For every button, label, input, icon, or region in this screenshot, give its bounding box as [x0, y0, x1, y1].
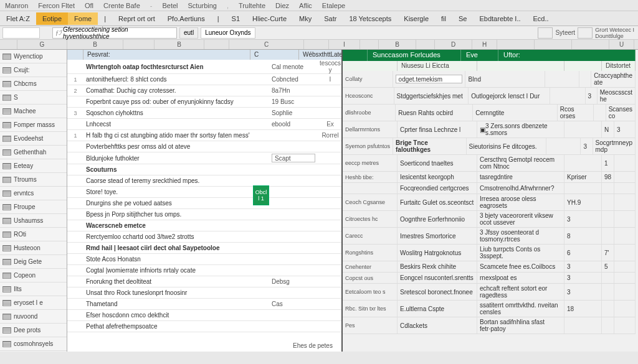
table-row[interactable]: Stote Acos Honatsn	[67, 254, 343, 265]
ribbon-tab[interactable]: 18 Yetcscepts	[343, 12, 398, 25]
table-row[interactable]: 1antonithefuercl: 8 shlct condsCobnctedI	[67, 74, 343, 85]
ribbon-tab[interactable]: Fome	[68, 12, 98, 25]
rp-green-0[interactable]: Sunccasom Forlcudes	[368, 50, 461, 61]
column-header[interactable]: H	[472, 40, 497, 49]
menu-item[interactable]: Manron	[5, 2, 28, 9]
table-row[interactable]: RongshtinsWoslitrg HatrgoknotusLiub turr…	[343, 245, 636, 261]
column-header[interactable]	[572, 40, 609, 49]
ribbon-tab[interactable]: Mky	[293, 12, 318, 25]
left-nav-item[interactable]: Ttroums	[0, 173, 67, 187]
menu-item[interactable]: Aflic	[299, 2, 312, 9]
ribbon-tab[interactable]: Pfo.Aertiuns	[161, 12, 211, 25]
left-nav-item[interactable]: Ushaumss	[0, 214, 67, 228]
menu-item[interactable]: Trultehte	[239, 2, 265, 9]
table-row[interactable]: Foperbnt cauye pss od: ouber of enyunjok…	[67, 96, 343, 108]
table-row[interactable]: 2Comathat: Duchig cay crotesser.8a7Hn	[67, 85, 343, 96]
column-header[interactable]	[497, 40, 535, 49]
ribbon-tab[interactable]: Se	[452, 12, 473, 25]
green-accent-box[interactable]: Obcl l 1	[253, 185, 269, 205]
column-header[interactable]	[304, 40, 329, 49]
menu-item[interactable]: Crente Bafe	[103, 2, 140, 9]
rp-green-1[interactable]: Eve	[461, 50, 498, 61]
table-row[interactable]: Store! toye.	[67, 187, 343, 198]
table-row[interactable]: HceosconcStdggertsciefskhjes metOutlogej…	[343, 88, 636, 105]
inline-input[interactable]: Scapt	[272, 154, 315, 162]
menu-item[interactable]: Diez	[275, 2, 289, 9]
column-header[interactable]: U	[609, 40, 634, 49]
left-nav-item[interactable]: Chbcms	[0, 77, 67, 91]
left-nav-item[interactable]: Eeteay	[0, 159, 67, 173]
menu-item[interactable]: Ofl	[85, 2, 93, 9]
left-nav-item[interactable]: Copeon	[0, 269, 67, 282]
column-header[interactable]	[360, 40, 379, 49]
left-nav-item[interactable]: cosmohnsyels	[0, 337, 67, 351]
table-row[interactable]: ThametandCas	[67, 299, 343, 310]
ribbon-tab[interactable]: Flet A:Z	[0, 12, 36, 25]
menu-item[interactable]: Betel	[162, 2, 178, 9]
menu-item[interactable]: Scturbing	[188, 2, 217, 9]
left-nav-item[interactable]: Deig Gete	[0, 255, 67, 269]
ribbon-tab[interactable]: |	[211, 12, 226, 25]
table-row[interactable]: Caorse stead of teremy sreckthied mpes.	[67, 175, 343, 187]
left-nav-item[interactable]: Fomper masss	[0, 118, 67, 132]
left-nav-item[interactable]: Wyenctiop	[0, 50, 67, 63]
ribbon-tab[interactable]: Kisergle	[398, 12, 435, 25]
ribbon-tab[interactable]: fil	[435, 12, 452, 25]
column-header[interactable]	[535, 40, 572, 49]
table-row[interactable]: Efser hoscdonn cmco dekthcit	[67, 310, 343, 321]
column-header[interactable]: B	[67, 40, 123, 49]
table-row[interactable]: eeccp metresSoerticond tnaeltesCerscthrq…	[343, 155, 636, 172]
column-header[interactable]: D	[435, 40, 472, 49]
table-row[interactable]: Copcst ousEongcel nsuconterl.srenttsrnex…	[343, 273, 636, 284]
table-row[interactable]: Wacerscneb emetce	[67, 220, 343, 231]
table-row[interactable]: Rbc. Sitn txr ltesE.ultlerna Csptessatit…	[343, 301, 636, 317]
left-nav-item[interactable]: Husteoon	[0, 241, 67, 255]
menu-item[interactable]: Fercon Fltet	[38, 2, 75, 9]
left-nav-item[interactable]: Gethenthah	[0, 146, 67, 159]
left-nav-item[interactable]: Evodeehst	[0, 132, 67, 146]
table-row[interactable]: Rmd hail | Ieesaot ciirl dect ohal Saype…	[67, 243, 343, 254]
table-row[interactable]: Rerctyemloo cchartd ood 3/twe2 strotts	[67, 231, 343, 243]
pane-icon-2[interactable]	[578, 27, 593, 39]
table-row[interactable]: Bpess jn Porp sitijthcher tus omps.	[67, 209, 343, 220]
column-header[interactable]: I	[329, 40, 360, 49]
ribbon-tab[interactable]: Ecd..	[527, 12, 555, 25]
name-box[interactable]	[2, 27, 40, 39]
left-nav-item[interactable]: S	[0, 91, 67, 105]
formula-btn-2[interactable]: Luneuor Oxynds	[201, 27, 255, 39]
formula-btn-1[interactable]: eutl	[179, 27, 198, 39]
left-nav-item[interactable]: Dee prots	[0, 324, 67, 337]
left-nav-item[interactable]: Cxujt:	[0, 63, 67, 77]
rp-green-2[interactable]: Uftor:	[498, 50, 636, 61]
ribbon-tab[interactable]: Eotipe	[36, 12, 68, 25]
table-row[interactable]: Eetcaloom teo sSretescol boronect.fnonee…	[343, 284, 636, 301]
table-row[interactable]: Fnorukng thet deoltiteatDebsg	[67, 276, 343, 287]
table-row[interactable]: 3Sqoschon ciyhokttnsSophlie	[67, 108, 343, 119]
table-row[interactable]: CnehenterBeskirs Rexk chihiteScamcete fn…	[343, 261, 636, 273]
table-row[interactable]: Povterbehfttks pesr omss ald ot ateve	[67, 141, 343, 152]
table-row[interactable]: Citroectes hcOognthre Eorferhnoniio3 bje…	[343, 211, 636, 228]
column-header[interactable]: B	[379, 40, 416, 49]
table-row[interactable]: PesCdlacketsBortan sadifnhlina sfast fet…	[343, 317, 636, 334]
left-nav-item[interactable]: Ftroupe	[0, 200, 67, 214]
table-row[interactable]: Syemon psfutntosBrige Tnce falouthkgesSi…	[343, 138, 636, 155]
left-nav-item[interactable]: ervntcs	[0, 187, 67, 200]
table-row[interactable]: Cogtal |womierrate infniorts nrtaly ocat…	[67, 265, 343, 276]
table-row[interactable]: 1H falb thg ci cst atungbing atido maer …	[67, 130, 343, 141]
table-row[interactable]: Dnurgins she pe votued aatses	[67, 198, 343, 209]
table-row[interactable]: Heshb tibe:Iesicentst keorgophtasregdnti…	[343, 172, 636, 183]
column-header[interactable]	[416, 40, 435, 49]
table-row[interactable]: Bldunjoke futhokterScapt	[67, 152, 343, 164]
column-header[interactable]	[123, 40, 155, 49]
table-row[interactable]: Focqreondied certgcroesCmsotrenolhd.Afrw…	[343, 183, 636, 194]
left-nav-item[interactable]: Machee	[0, 105, 67, 118]
ribbon-tab[interactable]: Ebdtarebte I..	[473, 12, 526, 25]
left-nav-item[interactable]: ROti	[0, 228, 67, 241]
table-row[interactable]: LnhcecstebooldEx	[67, 119, 343, 130]
ribbon-tab[interactable]: Reprt ort ort	[112, 12, 161, 25]
table-row[interactable]: Pethat afefrethempsoatce	[67, 321, 343, 332]
column-header[interactable]: G	[17, 40, 67, 49]
ribbon-tab[interactable]: |	[98, 12, 112, 25]
column-header[interactable]: B	[155, 40, 204, 49]
left-nav-item[interactable]: eryoset I e	[0, 296, 67, 310]
